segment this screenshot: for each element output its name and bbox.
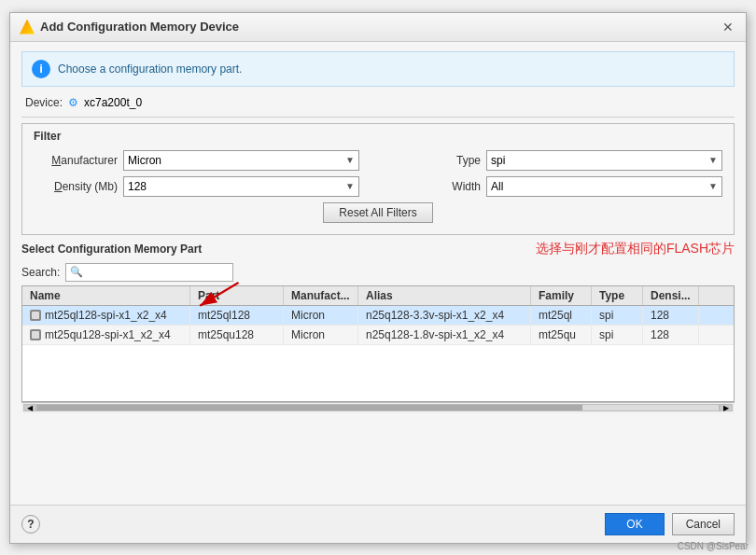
col-header-type: Type — [592, 286, 643, 305]
cell-name: mt25qu128-spi-x1_x2_x4 — [22, 326, 190, 344]
device-icon: ⚙ — [68, 96, 78, 109]
main-dialog: Add Configuration Memory Device ✕ i Choo… — [9, 12, 747, 544]
search-input-wrapper[interactable]: 🔍 — [65, 263, 233, 282]
density-label: Density (Mb) — [34, 180, 118, 193]
section-divider — [21, 117, 735, 118]
chip-icon — [30, 310, 41, 321]
manufacturer-arrow: ▼ — [345, 155, 355, 165]
annotation-text: 选择与刚才配置相同的FLASH芯片 — [536, 241, 735, 257]
cancel-button[interactable]: Cancel — [672, 513, 735, 535]
chip-icon — [30, 329, 41, 340]
col-header-family: Family — [531, 286, 592, 305]
manufacturer-value: Micron — [128, 154, 161, 167]
col-header-density: Densi... — [643, 286, 699, 305]
width-value: All — [491, 180, 503, 193]
density-value: 128 — [128, 180, 147, 193]
manufacturer-select[interactable]: Micron ▼ — [123, 150, 359, 171]
horizontal-scrollbar[interactable]: ◀ ▶ — [21, 402, 735, 413]
density-select[interactable]: 128 ▼ — [123, 176, 359, 197]
title-bar: Add Configuration Memory Device ✕ — [10, 13, 746, 42]
device-value: xc7a200t_0 — [84, 96, 142, 109]
col-header-alias: Alias — [358, 286, 531, 305]
dialog-icon — [20, 20, 35, 35]
cell-part: mt25ql128 — [190, 306, 284, 325]
select-title: Select Configuration Memory Part — [21, 243, 202, 256]
cell-manuf: Micron — [284, 306, 358, 325]
info-message: Choose a configuration memory part. — [58, 62, 242, 76]
title-bar-left: Add Configuration Memory Device — [20, 20, 239, 35]
type-label: Type — [397, 154, 481, 167]
ok-button[interactable]: OK — [605, 513, 664, 535]
help-button[interactable]: ? — [21, 515, 40, 534]
cell-name: mt25ql128-spi-x1_x2_x4 — [22, 306, 190, 325]
bottom-bar: ? OK Cancel — [10, 505, 746, 543]
table-header: Name Part Manufact... Alias Family Type … — [22, 286, 734, 306]
action-buttons: OK Cancel — [605, 513, 735, 535]
type-value: spi — [491, 154, 505, 167]
width-row: Width All ▼ — [397, 176, 722, 197]
cell-name-text: mt25ql128-spi-x1_x2_x4 — [45, 309, 167, 322]
cell-family: mt25qu — [531, 326, 592, 344]
density-row: Density (Mb) 128 ▼ — [34, 176, 359, 197]
close-button[interactable]: ✕ — [720, 19, 736, 35]
type-arrow: ▼ — [708, 155, 718, 165]
dialog-title: Add Configuration Memory Device — [40, 20, 239, 34]
select-header: Select Configuration Memory Part 选择与刚才配置… — [21, 241, 735, 257]
filter-title: Filter — [34, 130, 722, 143]
width-select[interactable]: All ▼ — [486, 176, 722, 197]
cell-name-text: mt25qu128-spi-x1_x2_x4 — [45, 328, 171, 341]
manufacturer-row: Manufacturer Micron ▼ — [34, 150, 359, 171]
table-row[interactable]: mt25qu128-spi-x1_x2_x4mt25qu128Micronn25… — [22, 326, 734, 345]
reset-filters-button[interactable]: Reset All Filters — [323, 202, 432, 223]
device-row: Device: ⚙ xc7a200t_0 — [10, 92, 746, 117]
scroll-left-btn[interactable]: ◀ — [23, 404, 36, 411]
cell-part: mt25qu128 — [190, 326, 284, 344]
search-row: Search: 🔍 — [21, 263, 735, 282]
device-label: Device: — [25, 96, 63, 109]
col-header-part: Part — [190, 286, 284, 305]
col-header-manuf: Manufact... — [284, 286, 358, 305]
density-arrow: ▼ — [345, 181, 355, 191]
col-header-name: Name — [22, 286, 190, 305]
cell-type: spi — [592, 326, 643, 344]
table-empty-space — [22, 345, 734, 401]
width-arrow: ▼ — [708, 181, 718, 191]
scrollbar-thumb[interactable] — [37, 405, 582, 410]
filter-section: Filter Manufacturer Micron ▼ Type spi ▼ — [21, 123, 735, 235]
scrollbar-track[interactable] — [36, 404, 720, 411]
table-row[interactable]: mt25ql128-spi-x1_x2_x4mt25ql128Micronn25… — [22, 306, 734, 326]
scroll-right-btn[interactable]: ▶ — [720, 404, 733, 411]
info-icon: i — [32, 60, 50, 78]
cell-density: 128 — [643, 326, 699, 344]
type-row: Type spi ▼ — [397, 150, 722, 171]
table-body: mt25ql128-spi-x1_x2_x4mt25ql128Micronn25… — [22, 306, 734, 345]
width-label: Width — [397, 180, 481, 193]
search-icon: 🔍 — [70, 266, 83, 278]
manufacturer-label: Manufacturer — [34, 154, 118, 167]
search-label: Search: — [21, 266, 60, 279]
type-select[interactable]: spi ▼ — [486, 150, 722, 171]
cell-alias: n25q128-3.3v-spi-x1_x2_x4 — [358, 306, 531, 325]
cell-manuf: Micron — [284, 326, 358, 344]
watermark: CSDN @SisPear — [678, 541, 749, 551]
parts-table: Name Part Manufact... Alias Family Type … — [21, 285, 735, 402]
cell-type: spi — [592, 306, 643, 325]
arrow-container: Name Part Manufact... Alias Family Type … — [21, 285, 735, 402]
select-section: Select Configuration Memory Part 选择与刚才配置… — [21, 241, 735, 499]
cell-alias: n25q128-1.8v-spi-x1_x2_x4 — [358, 326, 531, 344]
reset-btn-row: Reset All Filters — [34, 202, 722, 223]
info-bar: i Choose a configuration memory part. — [21, 51, 735, 87]
cell-density: 128 — [643, 306, 699, 325]
filter-grid: Manufacturer Micron ▼ Type spi ▼ Density… — [34, 150, 722, 197]
cell-family: mt25ql — [531, 306, 592, 325]
